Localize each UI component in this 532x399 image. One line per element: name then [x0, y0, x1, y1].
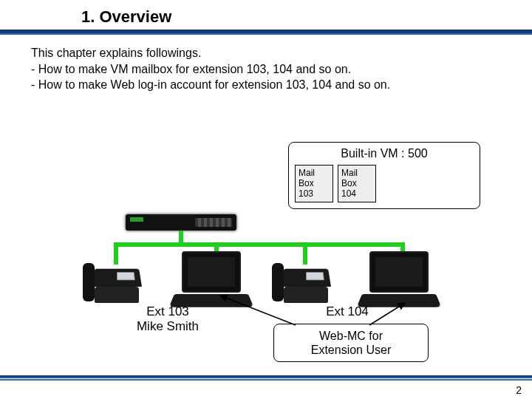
- mailbox-103: Mail Box 103: [295, 165, 333, 202]
- cable-icon: [114, 242, 405, 247]
- vm-label: Built-in VM : 500: [295, 147, 474, 160]
- phone-icon: [276, 259, 335, 303]
- webmc-box: Web-MC for Extension User: [273, 324, 429, 362]
- slide-title: 1. Overview: [81, 7, 532, 27]
- mailbox-104: Mail Box 104: [338, 165, 376, 202]
- intro-line: - How to make Web log-in account for ext…: [31, 77, 532, 93]
- ext103-label: Ext 103 Mike Smith: [127, 304, 208, 335]
- intro-line: - How to make VM mailbox for extension 1…: [31, 61, 532, 78]
- laptop-icon: [174, 251, 248, 310]
- vm-box: Built-in VM : 500 Mail Box 103 Mail Box …: [288, 142, 480, 209]
- ext104-label: Ext 104: [318, 304, 377, 319]
- title-area: 1. Overview: [0, 0, 532, 27]
- footer-stripe: [0, 375, 532, 378]
- laptop-icon: [362, 251, 436, 310]
- footer-stripe: [0, 379, 532, 381]
- mailboxes: Mail Box 103 Mail Box 104: [295, 165, 474, 202]
- switch-icon: [126, 214, 236, 231]
- phone-icon: [87, 259, 146, 303]
- intro-line: This chapter explains followings.: [31, 45, 532, 61]
- page-number: 2: [516, 384, 522, 396]
- intro-text: This chapter explains followings. - How …: [0, 35, 532, 93]
